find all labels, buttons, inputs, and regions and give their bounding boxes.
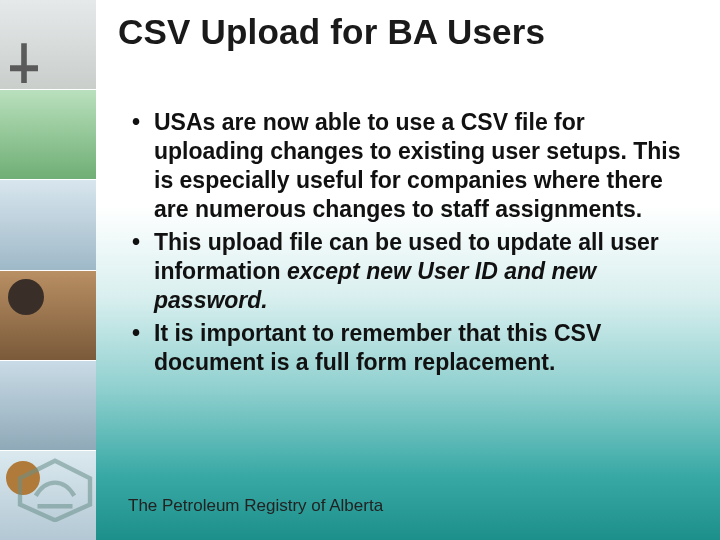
sidebar-thumb <box>0 90 96 180</box>
bullet-item: USAs are now able to use a CSV file for … <box>128 108 688 224</box>
sidebar-thumb <box>0 0 96 90</box>
slide-title: CSV Upload for BA Users <box>118 12 698 52</box>
sidebar-thumb <box>0 451 96 540</box>
sidebar-thumb <box>0 271 96 361</box>
bullet-item: This upload file can be used to update a… <box>128 228 688 315</box>
sidebar-thumb <box>0 180 96 270</box>
slide-footer: The Petroleum Registry of Alberta <box>128 496 383 516</box>
slide-body: USAs are now able to use a CSV file for … <box>128 108 688 381</box>
bullet-item: It is important to remember that this CS… <box>128 319 688 377</box>
sidebar-thumb <box>0 361 96 451</box>
bullet-text: USAs are now able to use a CSV file for … <box>154 109 681 222</box>
bullet-text: It is important to remember that this CS… <box>154 320 601 375</box>
slide: CSV Upload for BA Users USAs are now abl… <box>0 0 720 540</box>
sidebar-image-strip <box>0 0 96 540</box>
